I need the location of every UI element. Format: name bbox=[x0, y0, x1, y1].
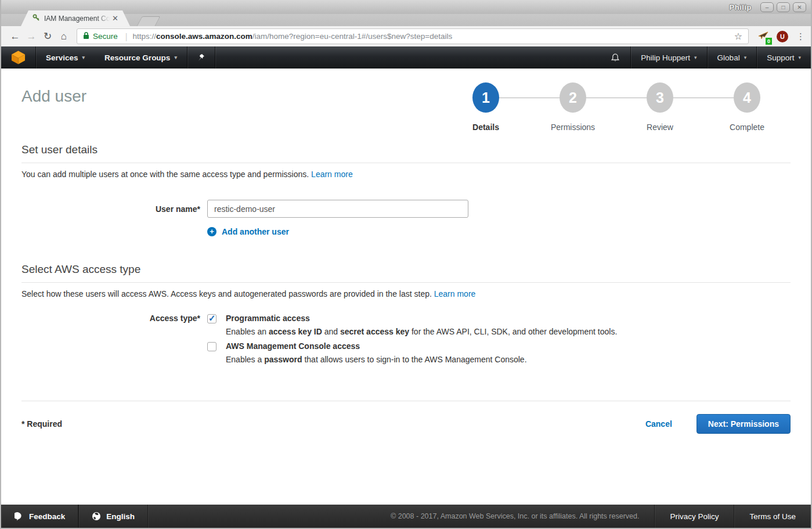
region-menu[interactable]: Global ▾ bbox=[708, 46, 757, 69]
globe-icon bbox=[92, 512, 101, 521]
plus-circle-icon: + bbox=[207, 227, 216, 236]
chevron-down-icon: ▾ bbox=[82, 55, 85, 60]
chevron-down-icon: ▾ bbox=[798, 55, 801, 60]
browser-menu-icon[interactable]: ⋮ bbox=[796, 31, 805, 42]
services-label: Services bbox=[46, 53, 78, 62]
url-path: /iam/home?region=eu-central-1#/users$new… bbox=[252, 32, 452, 41]
browser-tab[interactable]: IAM Management Co ✕ bbox=[21, 10, 130, 26]
wizard-actions: * Required Cancel Next: Permissions bbox=[21, 414, 791, 434]
services-menu[interactable]: Services ▾ bbox=[36, 46, 95, 69]
reload-icon[interactable]: ↻ bbox=[39, 30, 56, 42]
copyright-text: © 2008 - 2017, Amazon Web Services, Inc.… bbox=[391, 505, 654, 528]
step-details: 1 Details bbox=[442, 82, 529, 132]
resource-groups-label: Resource Groups bbox=[104, 53, 170, 62]
secure-label[interactable]: Secure bbox=[93, 32, 118, 41]
step-permissions: 2 Permissions bbox=[529, 82, 616, 132]
feedback-label: Feedback bbox=[29, 512, 65, 521]
cancel-button[interactable]: Cancel bbox=[645, 419, 672, 429]
url-host: console.aws.amazon.com bbox=[156, 32, 252, 41]
step-complete: 4 Complete bbox=[703, 82, 791, 132]
account-menu[interactable]: Philip Huppert ▾ bbox=[631, 46, 706, 69]
step-circle: 4 bbox=[734, 82, 760, 113]
step-label: Permissions bbox=[551, 123, 595, 132]
resource-groups-menu[interactable]: Resource Groups ▾ bbox=[95, 46, 187, 69]
feedback-button[interactable]: Feedback bbox=[1, 505, 78, 528]
browser-window: { "window": { "title": "Philip" }, "brow… bbox=[0, 0, 812, 529]
window-maximize-button[interactable]: □ bbox=[777, 2, 790, 12]
extension-badge: 0 bbox=[766, 38, 772, 45]
step-label: Complete bbox=[730, 123, 764, 132]
intro-text: Select how these users will access AWS. … bbox=[21, 289, 432, 298]
set-user-details-heading: Set user details bbox=[21, 143, 791, 163]
progress-stepper: 1 Details 2 Permissions 3 Review 4 Compl… bbox=[442, 82, 791, 132]
page-footer: Feedback English © 2008 - 2017, Amazon W… bbox=[1, 505, 811, 528]
window-title: Philip bbox=[730, 3, 752, 12]
pin-icon bbox=[197, 53, 205, 62]
browser-tabstrip: IAM Management Co ✕ bbox=[1, 14, 811, 26]
region-label: Global bbox=[717, 53, 740, 62]
support-label: Support bbox=[767, 53, 794, 62]
next-permissions-button[interactable]: Next: Permissions bbox=[696, 414, 791, 434]
programmatic-access-checkbox[interactable]: ✓ bbox=[207, 314, 216, 323]
support-menu[interactable]: Support ▾ bbox=[757, 46, 811, 69]
forward-icon: → bbox=[23, 31, 39, 42]
browser-toolbar: ← → ↻ ⌂ Secure | https://console.aws.ama… bbox=[1, 26, 811, 46]
chevron-down-icon: ▾ bbox=[694, 55, 697, 60]
tab-close-icon[interactable]: ✕ bbox=[112, 14, 118, 23]
checkmark-icon: ✓ bbox=[208, 313, 216, 323]
step-review: 3 Review bbox=[616, 82, 703, 132]
home-icon[interactable]: ⌂ bbox=[56, 31, 72, 42]
account-name: Philip Huppert bbox=[641, 53, 690, 62]
add-another-user[interactable]: + Add another user bbox=[207, 227, 791, 236]
address-bar[interactable]: Secure | https://console.aws.amazon.com/… bbox=[77, 28, 749, 44]
access-type-heading: Select AWS access type bbox=[21, 263, 791, 283]
terms-of-use-link[interactable]: Terms of Use bbox=[734, 505, 811, 528]
step-circle: 3 bbox=[647, 82, 673, 113]
aws-logo[interactable] bbox=[1, 46, 35, 69]
learn-more-link[interactable]: Learn more bbox=[311, 170, 353, 179]
option-description: Enables an access key ID and secret acce… bbox=[226, 327, 617, 336]
access-type-row: Access type* ✓ Programmatic access Enabl… bbox=[21, 314, 791, 369]
chevron-down-icon: ▾ bbox=[174, 55, 177, 60]
page-title: Add user bbox=[21, 82, 86, 106]
actions-divider bbox=[21, 401, 791, 401]
privacy-policy-link[interactable]: Privacy Policy bbox=[654, 505, 734, 528]
option-title: AWS Management Console access bbox=[226, 341, 527, 351]
step-label: Details bbox=[472, 123, 499, 132]
chevron-down-icon: ▾ bbox=[744, 55, 747, 60]
user-details-intro: You can add multiple users at once with … bbox=[21, 170, 791, 179]
pin-shortcut-button[interactable] bbox=[187, 46, 215, 69]
username-row: User name* bbox=[21, 200, 791, 218]
language-label: English bbox=[106, 512, 135, 521]
window-close-button[interactable]: ✕ bbox=[793, 2, 806, 12]
main-content: Add user 1 Details 2 Permissions 3 Revie… bbox=[1, 69, 811, 505]
url-scheme: https:// bbox=[132, 32, 156, 41]
bell-icon bbox=[611, 53, 620, 63]
step-circle: 1 bbox=[472, 82, 499, 113]
lock-icon bbox=[83, 31, 89, 41]
programmatic-access-option: ✓ Programmatic access Enables an access … bbox=[207, 314, 617, 341]
learn-more-link[interactable]: Learn more bbox=[434, 289, 476, 298]
option-description: Enables a password that allows users to … bbox=[226, 355, 527, 364]
step-label: Review bbox=[647, 123, 673, 132]
extension-plane-icon[interactable]: 0 bbox=[757, 30, 769, 43]
console-access-checkbox[interactable] bbox=[207, 342, 216, 351]
bookmark-star-icon[interactable]: ☆ bbox=[734, 31, 742, 42]
add-another-user-link[interactable]: Add another user bbox=[222, 227, 289, 236]
username-label: User name* bbox=[21, 200, 200, 218]
new-tab-button[interactable] bbox=[136, 16, 160, 26]
omnibox-separator: | bbox=[125, 32, 128, 41]
step-circle: 2 bbox=[560, 82, 586, 113]
notifications-button[interactable] bbox=[600, 46, 630, 69]
page-header: Add user 1 Details 2 Permissions 3 Revie… bbox=[21, 69, 791, 132]
back-icon[interactable]: ← bbox=[7, 31, 23, 42]
access-type-label: Access type* bbox=[21, 314, 200, 369]
speech-bubble-icon bbox=[15, 512, 24, 521]
window-minimize-button[interactable]: – bbox=[760, 2, 774, 12]
page-url[interactable]: https://console.aws.amazon.com/iam/home?… bbox=[132, 32, 452, 41]
username-input[interactable] bbox=[207, 200, 468, 218]
extension-ublock-icon[interactable]: U bbox=[777, 31, 788, 42]
language-button[interactable]: English bbox=[78, 505, 148, 528]
favicon-key-icon bbox=[33, 14, 40, 23]
aws-navbar: Services ▾ Resource Groups ▾ Philip Hupp… bbox=[1, 46, 811, 69]
